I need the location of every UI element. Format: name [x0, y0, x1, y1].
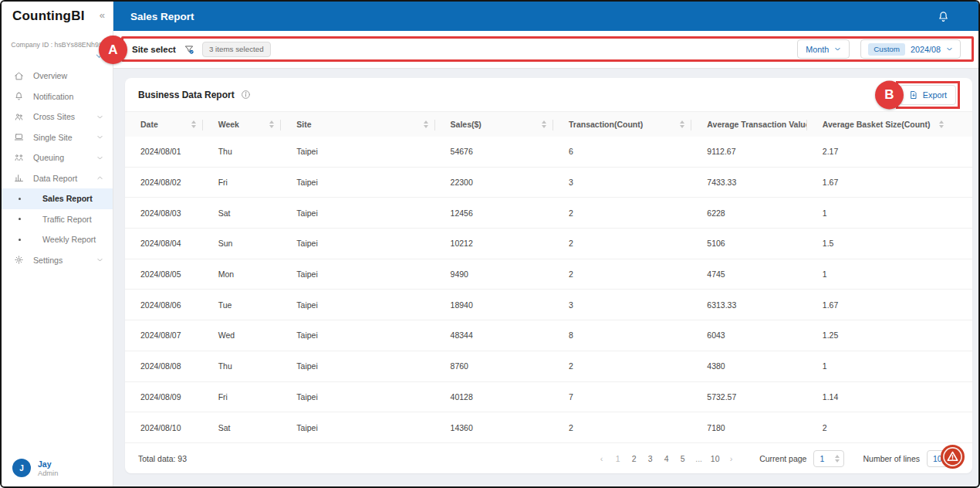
- table-cell-transaction-count: 2: [553, 239, 691, 248]
- chevron-down-icon: [96, 114, 103, 120]
- table-row: 2024/08/04SunTaipei10212251061.5: [125, 229, 972, 259]
- annotation-rect-b: B Export: [896, 81, 960, 109]
- table-cell-transaction-count: 6: [553, 147, 691, 156]
- table-row: 2024/08/09FriTaipei4012875732.571.14: [125, 382, 972, 413]
- table-cell-site: Taipei: [281, 423, 434, 432]
- current-page-input[interactable]: 1: [813, 450, 844, 467]
- table-body: 2024/08/01ThuTaipei5467669112.672.172024…: [125, 137, 972, 443]
- stepper-icon[interactable]: [835, 455, 840, 463]
- table-cell-week: Tue: [203, 300, 282, 310]
- table-header-row: DateWeekSiteSales($)Transaction(Count)Av…: [125, 111, 972, 137]
- avatar: J: [12, 459, 31, 477]
- pagination-page-10[interactable]: 10: [707, 454, 723, 463]
- table-cell-date: 2024/08/02: [125, 178, 203, 187]
- sidebar-item-weekly-report[interactable]: Weekly Report: [2, 229, 113, 250]
- table-cell-average-transaction-value: 6043: [691, 330, 806, 340]
- sidebar-item-label: Cross Sites: [33, 112, 75, 121]
- table-row: 2024/08/03SatTaipei12456262281: [125, 198, 972, 229]
- content-area: Business Data Report B Export DateWeekSi…: [113, 69, 978, 486]
- pagination-page-4[interactable]: 4: [658, 454, 674, 463]
- current-page-label: Current page: [759, 454, 806, 463]
- top-header: Sales Report: [113, 2, 978, 31]
- table-cell-week: Fri: [203, 392, 282, 402]
- sidebar: CountingBI « Company ID : hsBYs88ENh9S O…: [2, 2, 113, 486]
- sort-icon[interactable]: [187, 120, 196, 128]
- pagination-page-2[interactable]: 2: [626, 454, 642, 463]
- table-cell-average-basket-size-count: 1.14: [807, 392, 972, 402]
- pagination-next-icon[interactable]: ›: [723, 454, 739, 463]
- pagination-prev-icon[interactable]: ‹: [593, 454, 610, 463]
- table-cell-average-basket-size-count: 1: [807, 269, 972, 279]
- table-cell-date: 2024/08/04: [125, 239, 203, 248]
- chevron-down-icon: [96, 134, 103, 141]
- table-cell-site: Taipei: [281, 239, 434, 248]
- sidebar-item-label: Data Report: [33, 174, 77, 183]
- warning-alert-button[interactable]: [941, 445, 965, 469]
- table-cell-transaction-count: 2: [553, 269, 691, 279]
- table-cell-week: Sun: [203, 239, 282, 248]
- sidebar-item-sales-report[interactable]: Sales Report: [2, 188, 113, 209]
- table-cell-sales: 54676: [435, 147, 553, 156]
- sort-icon[interactable]: [265, 120, 274, 128]
- bullet-icon: [19, 239, 21, 241]
- table-cell-date: 2024/08/03: [125, 208, 203, 218]
- sidebar-item-traffic-report[interactable]: Traffic Report: [2, 209, 113, 230]
- table-cell-average-basket-size-count: 1.67: [807, 300, 972, 310]
- info-icon[interactable]: [241, 90, 251, 100]
- sidebar-item-overview[interactable]: Overview: [2, 66, 113, 86]
- table-cell-sales: 22300: [435, 178, 553, 187]
- sidebar-item-data-report[interactable]: Data Report: [2, 168, 113, 189]
- table-cell-week: Thu: [203, 361, 282, 371]
- sort-icon[interactable]: [934, 120, 944, 128]
- funnel-filter-icon[interactable]: [184, 44, 194, 55]
- table-cell-transaction-count: 2: [553, 361, 691, 371]
- table-cell-average-basket-size-count: 2.17: [807, 147, 972, 156]
- table-cell-average-basket-size-count: 1.67: [807, 178, 972, 187]
- table-row: 2024/08/10SatTaipei14360271802: [125, 412, 972, 443]
- pagination-page-5[interactable]: 5: [674, 454, 691, 463]
- chevron-down-icon: [834, 46, 841, 53]
- table-cell-transaction-count: 3: [553, 178, 691, 187]
- sidebar-item-notification[interactable]: Notification: [2, 86, 113, 107]
- sidebar-item-cross-sites[interactable]: Cross Sites: [2, 107, 113, 127]
- sort-icon[interactable]: [537, 120, 546, 128]
- notification-bell-icon[interactable]: [937, 10, 950, 23]
- export-icon: [909, 90, 918, 100]
- user-profile[interactable]: J Jay Admin: [12, 459, 58, 477]
- column-header-average-transaction-value: Average Transaction Value($): [691, 112, 806, 137]
- user-role: Admin: [38, 469, 58, 477]
- sidebar-item-label: Notification: [33, 92, 73, 101]
- table-cell-sales: 10212: [435, 239, 553, 248]
- column-header-label: Site: [296, 120, 311, 129]
- current-page-value: 1: [819, 454, 824, 463]
- laptop-icon: [14, 132, 24, 142]
- export-button[interactable]: Export: [900, 85, 956, 105]
- date-range-picker[interactable]: Custom 2024/08: [860, 39, 961, 59]
- app-logo: CountingBI: [12, 8, 85, 24]
- sort-icon[interactable]: [419, 120, 428, 128]
- sidebar-item-single-site[interactable]: Single Site: [2, 127, 113, 148]
- chevron-down-icon: [96, 256, 103, 263]
- sidebar-item-settings[interactable]: Settings: [2, 250, 113, 271]
- main-area: Sales Report A Site select 3 items selec…: [113, 2, 978, 486]
- sidebar-item-label: Queuing: [33, 153, 64, 162]
- pagination-page-1[interactable]: 1: [610, 454, 626, 463]
- bullet-icon: [19, 218, 21, 220]
- report-card: Business Data Report B Export DateWeekSi…: [125, 78, 972, 473]
- pagination: ‹12345...10›: [593, 454, 739, 463]
- table-cell-site: Taipei: [281, 330, 434, 340]
- sort-icon[interactable]: [675, 120, 684, 128]
- sidebar-item-label: Single Site: [33, 133, 73, 142]
- period-dropdown[interactable]: Month: [797, 39, 850, 59]
- table-cell-date: 2024/08/08: [125, 361, 203, 371]
- sidebar-collapse-icon[interactable]: «: [100, 10, 105, 20]
- column-header-label: Week: [218, 120, 239, 129]
- table-row: 2024/08/05MonTaipei9490247451: [125, 259, 972, 290]
- table-cell-average-basket-size-count: 1: [807, 361, 972, 371]
- number-of-lines-label: Number of lines: [863, 454, 920, 463]
- pagination-page-3[interactable]: 3: [642, 454, 658, 463]
- table-cell-sales: 12456: [435, 208, 553, 218]
- sidebar-item-queuing[interactable]: Queuing: [2, 147, 113, 168]
- bar-chart-icon: [14, 173, 24, 183]
- table-cell-average-basket-size-count: 1.25: [807, 330, 972, 340]
